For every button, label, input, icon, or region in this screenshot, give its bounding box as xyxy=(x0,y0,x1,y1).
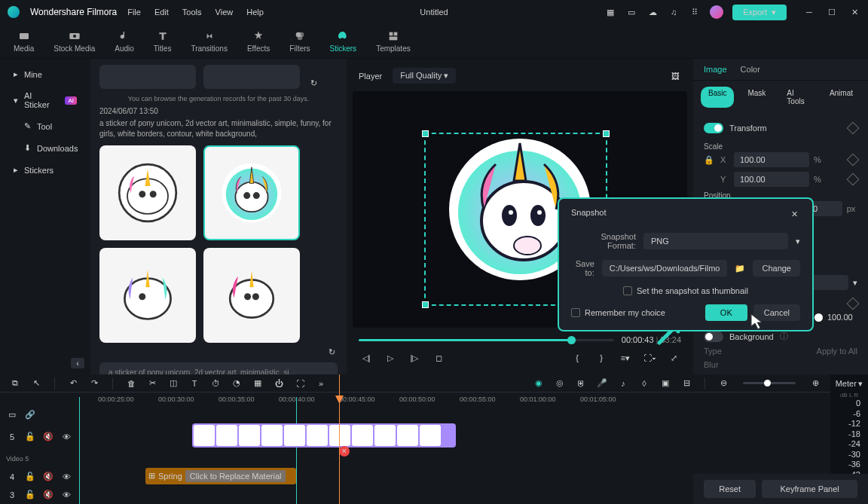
play-icon[interactable]: ▷ xyxy=(383,350,398,365)
menu-help[interactable]: Help xyxy=(246,8,264,17)
format-select[interactable]: PNG xyxy=(643,233,788,249)
prompt-input[interactable]: a sticker of pony unicorn, 2d vector art… xyxy=(99,362,338,374)
tool-media[interactable]: Media xyxy=(14,30,34,53)
lock-track-icon[interactable]: 🔓 xyxy=(24,431,36,443)
sidebar-collapse[interactable]: ‹ xyxy=(71,358,84,368)
mark-icon[interactable]: ≡▾ xyxy=(618,350,633,365)
cut-icon[interactable]: ✂ xyxy=(146,377,158,389)
tool-transitions[interactable]: Transitions xyxy=(191,30,228,53)
display-icon[interactable]: ▭ xyxy=(625,6,637,18)
pointer-icon[interactable]: ↖ xyxy=(30,377,42,389)
menu-file[interactable]: File xyxy=(127,8,141,17)
remember-checkbox[interactable] xyxy=(571,308,580,317)
sidebar-tool[interactable]: ✎Tool xyxy=(6,117,84,136)
resize-handle-tl[interactable] xyxy=(422,130,429,137)
export-button[interactable]: Export▾ xyxy=(732,5,787,20)
sticker-thumb-3[interactable] xyxy=(99,248,196,343)
avatar[interactable] xyxy=(710,5,723,19)
track-num-icon[interactable]: 3 xyxy=(6,489,18,501)
delete-icon[interactable]: 🗑 xyxy=(125,377,137,389)
bracket-open-icon[interactable]: { xyxy=(570,350,585,365)
sidebar-mine[interactable]: ▸Mine xyxy=(6,65,84,84)
tool-audio[interactable]: Audio xyxy=(115,30,134,53)
dialog-close-icon[interactable]: ✕ xyxy=(788,208,800,220)
tool-filters[interactable]: Filters xyxy=(289,30,310,53)
tool-effects[interactable]: Effects xyxy=(247,30,270,53)
speed-icon[interactable]: ⏱ xyxy=(209,377,222,389)
eye-icon[interactable]: 👁 xyxy=(60,471,72,483)
scrubber[interactable] xyxy=(359,339,614,341)
mute-icon[interactable]: 🔇 xyxy=(42,489,54,501)
green-icon[interactable]: ▦ xyxy=(252,377,264,389)
text-icon[interactable]: T xyxy=(188,377,200,389)
zoom-slider[interactable] xyxy=(743,382,796,384)
layout-icon[interactable]: ▦ xyxy=(604,6,616,18)
crop-icon[interactable]: ◫ xyxy=(167,377,179,389)
keyframe-icon[interactable] xyxy=(847,298,860,310)
mute-icon[interactable]: 🔇 xyxy=(42,431,54,443)
subtab-basic[interactable]: Basic xyxy=(701,87,734,108)
maximize-button[interactable]: ☐ xyxy=(826,6,838,18)
headset-icon[interactable]: ♫ xyxy=(668,6,680,18)
more2-icon[interactable]: ⛶ xyxy=(294,377,306,389)
color-icon[interactable]: ◔ xyxy=(231,377,243,389)
path-input[interactable]: C:/Users/ws/Downloads/Filmo xyxy=(602,260,728,276)
mute-icon[interactable]: 🔇 xyxy=(42,471,54,483)
transform-toggle[interactable] xyxy=(704,123,723,133)
group-icon[interactable]: ⊟ xyxy=(680,377,692,389)
magnet-icon[interactable]: ⧉ xyxy=(9,377,21,389)
more3-icon[interactable]: » xyxy=(315,377,327,389)
apply-button[interactable]: Apply to All xyxy=(817,347,857,356)
eye-icon[interactable]: 👁 xyxy=(60,489,72,501)
link-icon[interactable]: 🔗 xyxy=(24,408,36,420)
scale-x-input[interactable] xyxy=(734,152,809,167)
resize-handle-tr[interactable] xyxy=(603,130,610,137)
track-num-icon[interactable]: 5 xyxy=(6,431,18,443)
apps-icon[interactable]: ⠿ xyxy=(689,6,701,18)
mixer-icon[interactable]: ♪ xyxy=(617,377,629,389)
tab-color[interactable]: Color xyxy=(741,65,760,74)
in-point[interactable] xyxy=(79,397,80,504)
circle2-icon[interactable]: ◎ xyxy=(554,377,566,389)
change-button[interactable]: Change xyxy=(753,260,800,276)
lock-track-icon[interactable]: 🔓 xyxy=(24,471,36,483)
redo-icon[interactable]: ↷ xyxy=(88,377,100,389)
keyframe-icon[interactable] xyxy=(847,173,860,186)
render-icon[interactable]: ▣ xyxy=(659,377,671,389)
playhead[interactable] xyxy=(339,374,340,504)
sidebar-stickers[interactable]: ▸Stickers xyxy=(6,160,84,179)
mic-icon[interactable]: 🎤 xyxy=(596,377,608,389)
out-point[interactable] xyxy=(296,397,297,504)
keyframe-icon[interactable] xyxy=(847,154,860,166)
stop-icon[interactable]: ◻ xyxy=(431,350,446,365)
refresh-icon[interactable]: ↻ xyxy=(326,346,338,358)
sidebar-downloads[interactable]: ⬇Downloads xyxy=(6,139,84,157)
keyframe-icon[interactable] xyxy=(847,122,860,135)
prev-frame-icon[interactable]: ◁| xyxy=(359,350,374,365)
zoom-out-icon[interactable]: ⊖ xyxy=(717,377,729,389)
timeline-ruler[interactable]: 00:00:25:00 00:00:30:00 00:00:35:00 00:0… xyxy=(0,393,830,405)
subtab-mask[interactable]: Mask xyxy=(740,87,773,108)
eye-icon[interactable]: 👁 xyxy=(60,431,72,443)
menu-view[interactable]: View xyxy=(215,8,234,17)
sidebar-ai-sticker[interactable]: ▾AI Sticker xyxy=(6,87,84,114)
crop-icon[interactable]: ⛶▾ xyxy=(642,350,657,365)
sticker-thumb-1[interactable] xyxy=(99,145,196,240)
folder-icon[interactable]: 📁 xyxy=(735,262,745,274)
cloud-icon[interactable]: ☁ xyxy=(646,6,659,18)
marker-icon[interactable]: ◊ xyxy=(638,377,650,389)
track-num-icon[interactable]: 4 xyxy=(6,471,18,483)
tool-titles[interactable]: Titles xyxy=(154,30,172,53)
subtab-anim[interactable]: Animat xyxy=(822,87,860,108)
scale-y-input[interactable] xyxy=(734,172,809,187)
menu-edit[interactable]: Edit xyxy=(154,8,169,17)
minimize-button[interactable]: ─ xyxy=(803,6,815,18)
sticker-thumb-2[interactable] xyxy=(203,145,300,240)
tool-templates[interactable]: Templates xyxy=(376,30,411,53)
zoom-in-icon[interactable]: ⊕ xyxy=(809,377,821,389)
video-clip[interactable] xyxy=(192,423,456,447)
replace-clip[interactable]: ⊞Spring Click to Replace Material xyxy=(145,468,296,484)
bracket-close-icon[interactable]: } xyxy=(594,350,609,365)
shield-icon[interactable]: ⛨ xyxy=(575,377,587,389)
resize-handle-bl[interactable] xyxy=(422,301,429,308)
